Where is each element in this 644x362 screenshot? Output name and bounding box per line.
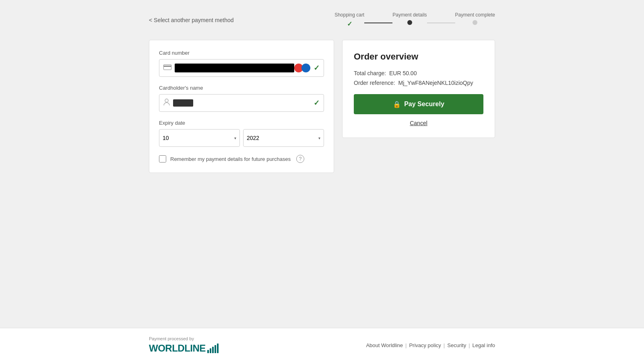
step-2-label: Payment details [392,12,427,18]
footer-legal-link[interactable]: Legal info [473,342,495,348]
svg-rect-1 [163,66,171,67]
step-payment-complete: Payment complete [455,12,495,25]
order-reference-row: Order reference: Mj_YwF8ANejeNKL10izioQp… [354,80,483,86]
help-icon[interactable]: ? [296,155,304,163]
month-chevron-icon: ▾ [234,136,236,140]
person-icon [163,99,170,107]
signal-bar-5 [217,343,219,353]
footer-left: Payment processed by WORLDLINE [149,336,219,354]
cancel-link[interactable]: Cancel [354,120,483,126]
step-3-dot [473,20,477,25]
card-number-group: Card number [159,50,324,77]
progress-steps: Shopping cart ✓ Payment details Payment … [334,12,495,28]
card-number-check-icon: ✓ [314,64,320,72]
footer-right: About Worldline | Privacy policy | Secur… [366,342,495,348]
brand-mastercard-blue [301,64,310,72]
svg-point-2 [165,99,168,102]
footer-privacy-link[interactable]: Privacy policy [409,342,441,348]
cardholder-group: Cardholder's name ✓ [159,85,324,112]
worldline-logo: WORLDLINE [149,343,219,354]
signal-bar-1 [207,350,209,353]
card-form-panel: Card number [149,40,334,173]
expiry-month-wrapper: 010203 040506 070809 101112 ▾ [159,129,240,147]
expiry-group: Expiry date 010203 040506 070809 101112 … [159,120,324,147]
payment-layout: Card number [149,40,495,173]
top-nav: < Select another payment method Shopping… [149,12,495,28]
back-link[interactable]: < Select another payment method [149,17,234,23]
step-1-label: Shopping cart [334,12,364,18]
footer-processed-by: Payment processed by [149,336,219,341]
total-charge-row: Total charge: EUR 50.00 [354,70,483,76]
card-number-mask[interactable] [175,64,294,72]
footer-inner: Payment processed by WORLDLINE About Wor… [141,336,503,354]
card-brands [294,64,310,72]
year-chevron-icon: ▾ [318,136,320,140]
signal-bar-4 [215,345,216,353]
remember-checkbox[interactable] [159,155,166,162]
order-overview-panel: Order overview Total charge: EUR 50.00 O… [342,40,495,138]
card-number-input-wrapper: ✓ [159,59,324,77]
total-label: Total charge: [354,70,386,76]
remember-row: Remember my payment details for future p… [159,155,324,163]
total-value: EUR 50.00 [389,70,417,76]
signal-bar-3 [212,347,214,353]
pay-button-label: Pay Securely [404,101,444,108]
worldline-signal-icon [207,343,219,353]
expiry-year-select[interactable]: 20202021 20222023 20242025 202620272028 [247,135,318,141]
footer-security-link[interactable]: Security [447,342,466,348]
pay-securely-button[interactable]: 🔒 Pay Securely [354,94,483,114]
signal-bar-2 [210,348,211,353]
footer: Payment processed by WORLDLINE About Wor… [0,328,644,362]
lock-icon: 🔒 [393,101,401,108]
worldline-text: WORLDLINE [149,343,206,354]
ref-value: Mj_YwF8ANejeNKL10izioQpy [398,80,473,86]
expiry-label: Expiry date [159,120,324,126]
step-payment-details: Payment details [392,12,427,25]
ref-label: Order reference: [354,80,395,86]
cardholder-input-wrapper: ✓ [159,94,324,112]
order-title: Order overview [354,51,483,62]
cardholder-mask[interactable] [173,99,193,107]
connector-1 [364,23,392,23]
card-number-label: Card number [159,50,324,56]
footer-about-link[interactable]: About Worldline [366,342,403,348]
step-1-check: ✓ [347,20,352,28]
expiry-month-select[interactable]: 010203 040506 070809 101112 [163,135,234,141]
expiry-year-wrapper: 20202021 20222023 20242025 202620272028 … [243,129,324,147]
expiry-row: 010203 040506 070809 101112 ▾ 20202021 2… [159,129,324,147]
step-3-label: Payment complete [455,12,495,18]
svg-rect-0 [164,65,171,70]
connector-2 [427,23,455,23]
cardholder-label: Cardholder's name [159,85,324,91]
card-icon [163,64,171,72]
step-2-dot [407,20,412,25]
cardholder-check-icon: ✓ [314,99,320,107]
remember-label: Remember my payment details for future p… [170,156,291,162]
step-shopping-cart: Shopping cart ✓ [334,12,364,28]
